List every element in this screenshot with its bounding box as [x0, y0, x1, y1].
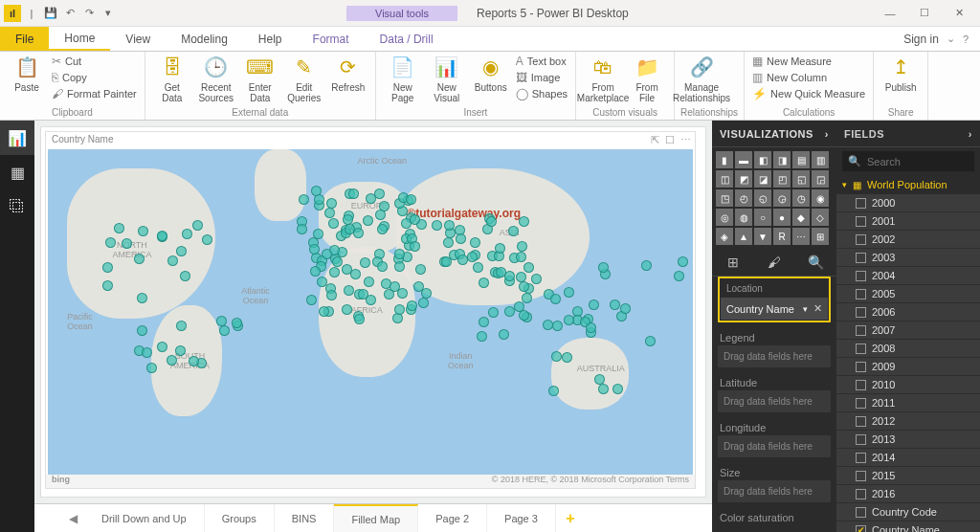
- tab-file[interactable]: File: [0, 27, 49, 51]
- close-button[interactable]: ✕: [942, 2, 976, 25]
- viz-type-icon[interactable]: ◶: [773, 189, 791, 207]
- focus-icon[interactable]: ☐: [665, 134, 675, 146]
- viz-type-icon[interactable]: ◫: [716, 170, 733, 188]
- viz-type-icon[interactable]: ▤: [792, 151, 810, 168]
- data-view-icon[interactable]: ▦: [0, 155, 34, 189]
- viz-type-icon[interactable]: ◆: [792, 209, 810, 226]
- location-well[interactable]: Location Country Name ▾✕: [718, 277, 831, 322]
- field-checkbox[interactable]: [856, 253, 866, 263]
- viz-type-icon[interactable]: ⊞: [812, 228, 829, 245]
- viz-type-icon[interactable]: ◰: [773, 170, 791, 188]
- page-tab[interactable]: BINS: [275, 504, 335, 532]
- chip-dropdown-icon[interactable]: ▾: [803, 304, 808, 314]
- field-checkbox[interactable]: [856, 416, 866, 427]
- shapes-button[interactable]: ◯Shapes: [514, 86, 569, 101]
- text-box-button[interactable]: AText box: [514, 54, 569, 69]
- map-data-point[interactable]: [410, 214, 420, 225]
- tab-data-drill[interactable]: Data / Drill: [365, 27, 449, 51]
- map-data-point[interactable]: [102, 280, 113, 291]
- field-item[interactable]: 2008: [836, 340, 980, 358]
- location-field-chip[interactable]: Country Name ▾✕: [721, 298, 828, 320]
- map-data-point[interactable]: [564, 315, 574, 325]
- analytics-tab-icon[interactable]: 🔍: [805, 255, 826, 270]
- get-data-button[interactable]: 🗄Get Data: [151, 54, 193, 103]
- map-data-point[interactable]: [522, 293, 532, 303]
- map-data-point[interactable]: [192, 220, 203, 231]
- field-checkbox[interactable]: [856, 434, 866, 445]
- map-data-point[interactable]: [216, 316, 227, 326]
- manage-relationships-button[interactable]: 🔗Manage Relationships: [680, 54, 723, 103]
- map-data-point[interactable]: [309, 244, 320, 255]
- maximize-button[interactable]: ☐: [907, 2, 942, 25]
- page-tab[interactable]: Page 3: [487, 504, 556, 532]
- search-input[interactable]: [867, 156, 953, 167]
- field-item[interactable]: 2000: [836, 194, 980, 212]
- add-page-button[interactable]: +: [556, 504, 585, 532]
- collapse-pane-icon[interactable]: ›: [825, 128, 829, 140]
- viz-type-icon[interactable]: ●: [773, 209, 791, 226]
- new-page-button[interactable]: 📄New Page: [382, 54, 424, 103]
- map-data-point[interactable]: [548, 386, 559, 396]
- map-data-point[interactable]: [552, 321, 563, 331]
- map-data-point[interactable]: [326, 198, 337, 209]
- refresh-button[interactable]: ⟳Refresh: [327, 54, 369, 93]
- field-checkbox[interactable]: [856, 271, 866, 281]
- map-data-point[interactable]: [328, 218, 339, 229]
- viz-type-icon[interactable]: ⋯: [792, 228, 810, 245]
- viz-type-icon[interactable]: ◳: [716, 189, 733, 207]
- tab-view[interactable]: View: [110, 27, 166, 51]
- field-checkbox[interactable]: [856, 525, 866, 533]
- viz-type-icon[interactable]: ▲: [735, 228, 752, 245]
- qat-dropdown[interactable]: ▾: [100, 5, 117, 22]
- field-item[interactable]: 2003: [836, 249, 980, 267]
- paste-button[interactable]: 📋Paste: [6, 54, 48, 93]
- map-data-point[interactable]: [589, 299, 599, 310]
- size-well[interactable]: Drag data fields here: [718, 480, 831, 502]
- map-data-point[interactable]: [219, 325, 230, 336]
- map-data-point[interactable]: [114, 223, 124, 233]
- map-data-point[interactable]: [299, 194, 309, 205]
- viz-type-icon[interactable]: R: [773, 228, 791, 245]
- field-checkbox[interactable]: [856, 325, 866, 336]
- map-data-point[interactable]: [443, 237, 454, 248]
- viz-type-icon[interactable]: ▼: [754, 228, 771, 245]
- field-item[interactable]: 2009: [836, 358, 980, 376]
- field-checkbox[interactable]: [856, 289, 866, 299]
- field-item[interactable]: 2005: [836, 285, 980, 303]
- map-data-point[interactable]: [138, 226, 148, 236]
- copy-button[interactable]: ⎘Copy: [50, 70, 139, 85]
- tab-home[interactable]: Home: [49, 27, 110, 51]
- image-button[interactable]: 🖼Image: [514, 70, 569, 85]
- map-data-point[interactable]: [477, 331, 487, 342]
- map-data-point[interactable]: [516, 252, 526, 262]
- publish-button[interactable]: ↥Publish: [880, 54, 922, 93]
- from-marketplace-button[interactable]: 🛍From Marketplace: [582, 54, 624, 103]
- save-icon[interactable]: 💾: [42, 5, 59, 22]
- field-checkbox[interactable]: [856, 489, 866, 499]
- field-checkbox[interactable]: [856, 380, 866, 390]
- map-data-point[interactable]: [562, 352, 572, 363]
- field-item[interactable]: 2002: [836, 231, 980, 249]
- map-data-point[interactable]: [392, 313, 403, 323]
- map-data-point[interactable]: [517, 241, 527, 252]
- viz-type-icon[interactable]: ▮: [716, 151, 733, 168]
- help-icon[interactable]: ?: [963, 33, 969, 45]
- viz-type-icon[interactable]: ◎: [716, 209, 733, 226]
- map-data-point[interactable]: [189, 356, 199, 366]
- cut-button[interactable]: ✂Cut: [50, 54, 139, 69]
- viz-type-icon[interactable]: ◷: [792, 189, 810, 207]
- field-item[interactable]: 2007: [836, 321, 980, 340]
- map-data-point[interactable]: [354, 314, 365, 324]
- format-tab-icon[interactable]: 🖌: [764, 255, 785, 270]
- map-data-point[interactable]: [610, 299, 620, 310]
- map-data-point[interactable]: [421, 288, 432, 299]
- map-data-point[interactable]: [564, 287, 574, 298]
- tab-help[interactable]: Help: [243, 27, 298, 51]
- page-tab[interactable]: Groups: [205, 504, 275, 532]
- map-data-point[interactable]: [467, 252, 478, 262]
- page-tab[interactable]: Page 2: [418, 504, 487, 532]
- field-checkbox[interactable]: [856, 216, 866, 227]
- field-item[interactable]: 2014: [836, 449, 980, 467]
- new-visual-button[interactable]: 📊New Visual: [426, 54, 468, 103]
- legend-well[interactable]: Drag data fields here: [718, 345, 831, 367]
